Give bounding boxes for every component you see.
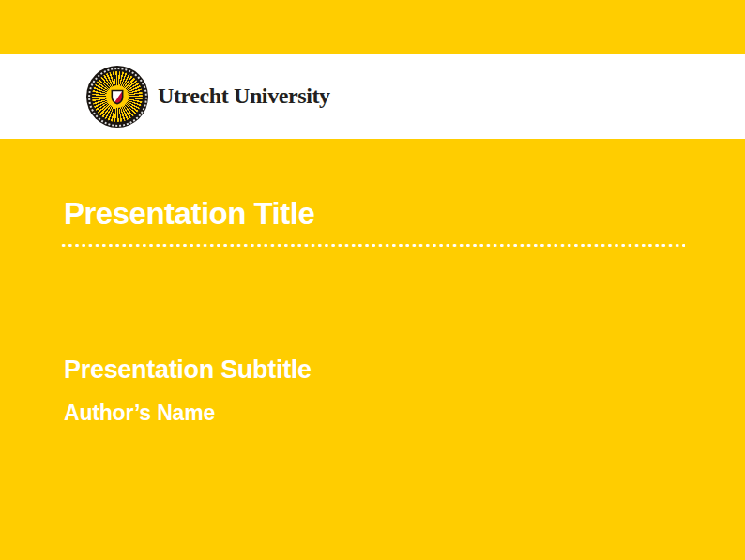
header-band: Utrecht University	[0, 54, 745, 139]
utrecht-university-seal-icon	[86, 66, 148, 128]
presentation-title: Presentation Title	[64, 197, 314, 231]
presentation-subtitle: Presentation Subtitle	[64, 356, 312, 385]
university-wordmark: Utrecht University	[158, 83, 330, 109]
main-content-area: Presentation Title Presentation Subtitle…	[0, 139, 745, 560]
title-slide: Utrecht University Presentation Title Pr…	[0, 0, 745, 560]
author-name: Author’s Name	[64, 401, 215, 425]
top-yellow-band	[0, 0, 745, 54]
dotted-divider	[60, 243, 685, 248]
seal-shield-icon	[106, 85, 129, 108]
